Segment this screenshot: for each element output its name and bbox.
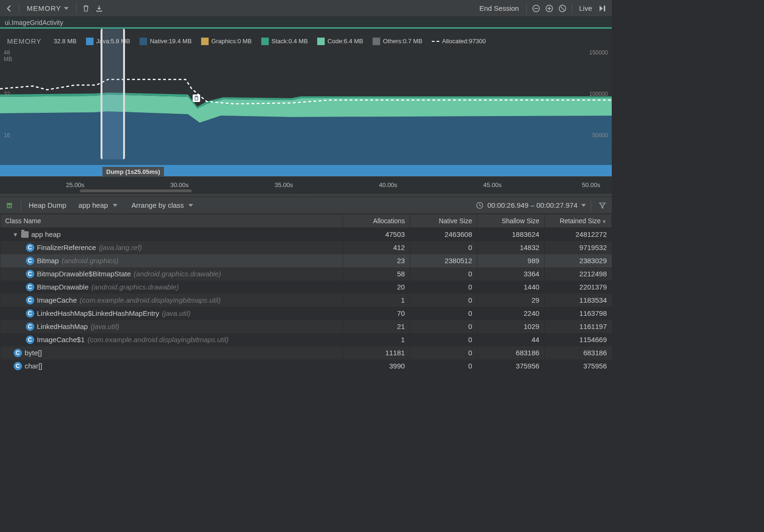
class-icon: C — [14, 362, 22, 370]
table-row[interactable]: CBitmapDrawable (android.graphics.drawab… — [0, 281, 612, 294]
class-name-text: BitmapDrawable — [37, 283, 89, 291]
class-icon: C — [26, 322, 34, 331]
table-row[interactable]: Cbyte[]111810683186683186 — [0, 346, 612, 360]
table-row[interactable]: CImageCache (com.example.android.display… — [0, 294, 612, 307]
profiler-selector-label: MEMORY — [27, 4, 61, 12]
class-icon: C — [26, 243, 34, 252]
chevron-down-icon — [64, 7, 69, 10]
class-icon: C — [26, 270, 34, 278]
table-row[interactable]: CBitmapDrawable$BitmapState (android.gra… — [0, 267, 612, 281]
col-retained-size[interactable]: Retained Size — [544, 214, 611, 228]
export-heap-button[interactable] — [3, 199, 16, 212]
time-selection[interactable] — [101, 29, 125, 159]
zoom-out-button[interactable] — [530, 2, 543, 15]
folder-icon — [21, 231, 29, 238]
class-name-text: LinkedHashMap — [37, 322, 88, 330]
table-row[interactable]: ▾app heap475032463608188362424812272 — [0, 228, 612, 241]
legend-graphics: Graphics: 0 MB — [201, 38, 252, 45]
go-live-button[interactable] — [596, 2, 609, 15]
heap-table: Class Name Allocations Native Size Shall… — [0, 214, 612, 373]
download-icon — [95, 5, 103, 12]
legend-total: 32.8 MB — [54, 38, 76, 45]
filter-button[interactable] — [596, 199, 609, 212]
legend-others: Others: 0.7 MB — [373, 38, 422, 45]
legend-code: Code: 6.4 MB — [317, 38, 363, 45]
package-text: (android.graphics) — [62, 257, 118, 265]
class-icon: C — [26, 309, 34, 318]
col-allocations[interactable]: Allocations — [343, 214, 410, 228]
end-session-button[interactable]: End Session — [475, 4, 523, 12]
package-text: (com.example.android.displayingbitmaps.u… — [80, 296, 221, 304]
time-range: 00:00:26.949 – 00:00:27.974 — [476, 201, 586, 209]
split-handle[interactable]: :::::: — [0, 193, 612, 197]
class-icon: C — [26, 257, 34, 265]
trash-icon — [82, 5, 90, 12]
trash-button[interactable] — [79, 2, 93, 15]
legend-stack: Stack: 0.4 MB — [261, 38, 308, 45]
class-name-text: Bitmap — [37, 257, 59, 265]
col-class-name[interactable]: Class Name — [0, 214, 343, 228]
class-name-text: byte[] — [25, 349, 42, 357]
export-icon — [6, 202, 13, 209]
chart-svg — [0, 29, 612, 176]
table-row[interactable]: CImageCache$1 (com.example.android.displ… — [0, 333, 612, 346]
back-button[interactable] — [3, 2, 16, 15]
package-text: (java.lang.ref) — [99, 243, 142, 251]
memory-chart[interactable]: MEMORY 32.8 MB Java: 5.8 MB Native: 19.4… — [0, 29, 612, 193]
table-header-row: Class Name Allocations Native Size Shall… — [0, 214, 612, 228]
table-row[interactable]: CBitmap (android.graphics)23238051298923… — [0, 254, 612, 267]
package-text: (java.util) — [162, 309, 191, 317]
class-name-text: ImageCache$1 — [37, 336, 85, 344]
class-icon: C — [26, 283, 34, 291]
package-text: (android.graphics.drawable) — [92, 283, 179, 291]
chart-legend: MEMORY 32.8 MB Java: 5.8 MB Native: 19.4… — [7, 37, 605, 45]
class-icon: C — [26, 336, 34, 344]
profiler-toolbar: MEMORY End Session Live — [0, 0, 612, 17]
heap-toolbar: Heap Dump app heap Arrange by class 00:0… — [0, 197, 612, 214]
zoom-in-button[interactable] — [543, 2, 556, 15]
zoom-reset-button[interactable] — [556, 2, 569, 15]
clock-icon — [476, 202, 483, 209]
legend-java: Java: 5.8 MB — [86, 38, 130, 45]
chevron-down-icon — [113, 204, 117, 207]
selection-label: Dump (1s25.05ms) — [102, 167, 164, 177]
activity-bar: ui.ImageGridActivity — [0, 17, 612, 29]
class-name-text: LinkedHashMap$LinkedHashMapEntry — [37, 309, 159, 317]
legend-allocated: Allocated: 97300 — [432, 38, 486, 45]
live-label: Live — [575, 4, 596, 12]
chevron-down-icon — [188, 204, 193, 207]
timeline-axis[interactable]: 25.00s 30.00s 35.00s 40.00s 45.00s 50.00… — [0, 176, 612, 193]
package-text: (android.graphics.drawable) — [134, 270, 221, 278]
package-text: (java.util) — [91, 322, 119, 330]
table-row[interactable]: CLinkedHashMap (java.util)21010291161197 — [0, 320, 612, 333]
heap-dump-label: Heap Dump — [26, 201, 69, 209]
package-text: (com.example.android.displayingbitmaps.u… — [87, 336, 228, 344]
class-icon: C — [26, 296, 34, 305]
table-row[interactable]: CFinalizerReference (java.lang.ref)41201… — [0, 241, 612, 254]
timeline-scrollbar[interactable] — [80, 189, 192, 192]
svg-rect-3 — [193, 94, 200, 102]
legend-native: Native: 19.4 MB — [140, 38, 192, 45]
col-shallow-size[interactable]: Shallow Size — [477, 214, 544, 228]
class-name-text: BitmapDrawable$BitmapState — [37, 270, 131, 278]
filter-icon — [599, 202, 606, 209]
arrange-selector[interactable]: Arrange by class — [127, 201, 198, 209]
chart-title: MEMORY — [7, 37, 41, 45]
class-name-text: ImageCache — [37, 296, 77, 304]
class-icon: C — [14, 349, 22, 357]
heap-selector[interactable]: app heap — [74, 201, 122, 209]
class-name-text: FinalizerReference — [37, 243, 96, 251]
chevron-down-icon — [581, 204, 586, 207]
col-native-size[interactable]: Native Size — [410, 214, 477, 228]
class-name-text: char[] — [25, 362, 43, 370]
profiler-selector[interactable]: MEMORY — [22, 4, 73, 12]
export-button[interactable] — [93, 2, 106, 15]
class-name-text: app heap — [31, 230, 61, 238]
table-row[interactable]: CLinkedHashMap$LinkedHashMapEntry (java.… — [0, 307, 612, 320]
table-row[interactable]: Cchar[]39900375956375956 — [0, 360, 612, 373]
